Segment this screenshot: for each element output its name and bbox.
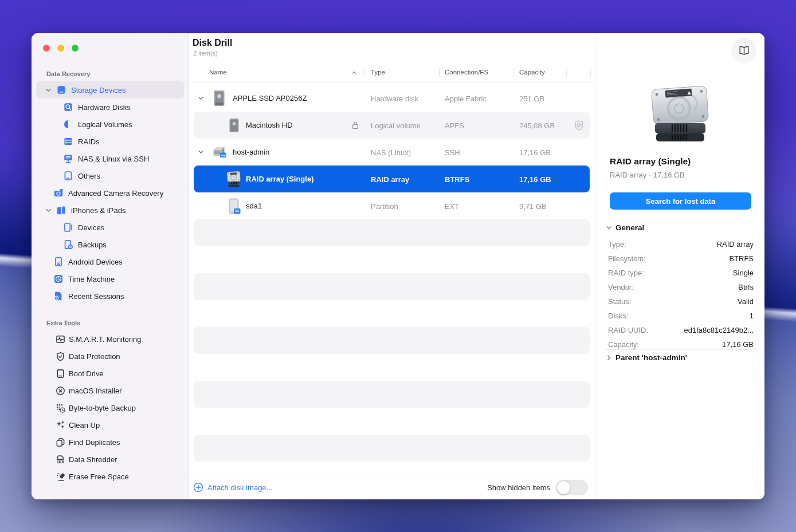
- sidebar-item-label: Devices: [78, 223, 104, 232]
- sidebar-item-clean-up[interactable]: Clean Up: [36, 416, 184, 434]
- column-divider[interactable]: [364, 69, 364, 77]
- close-button[interactable]: [43, 45, 50, 52]
- show-hidden-toggle[interactable]: [556, 480, 588, 495]
- sidebar-item-iphones-ipads[interactable]: iPhones & iPads: [36, 202, 184, 219]
- table-row[interactable]: Macintosh HDLogical volumeAPFS245,08 GB: [194, 112, 590, 139]
- parent-section-header[interactable]: Parent 'host-admin': [606, 353, 687, 362]
- sidebar-item-s-m-a-r-t-monitoring[interactable]: S.M.A.R.T. Monitoring: [36, 330, 184, 348]
- clean-up-icon: [56, 419, 65, 431]
- device-type: Logical volume: [371, 121, 421, 129]
- device-capacity: 17,16 GB: [519, 175, 551, 183]
- column-divider[interactable]: [439, 69, 440, 77]
- item-count: 2 item(s): [193, 50, 218, 57]
- apple-ssd-icon: [211, 90, 227, 107]
- attach-disk-image-label: Attach disk image...: [207, 483, 272, 492]
- device-list-pane: Disk Drill 2 item(s) Name Type Connectio…: [189, 33, 595, 499]
- general-section-header[interactable]: General: [606, 223, 644, 232]
- sidebar-item-hardware-disks[interactable]: Hardware Disks: [36, 98, 184, 116]
- table-rows: APPLE SSD AP0256ZHardware diskApple Fabr…: [189, 85, 595, 475]
- sidebar-item-byte-to-byte-backup[interactable]: Byte-to-byte Backup: [36, 399, 184, 416]
- zoom-button[interactable]: [72, 45, 79, 52]
- divider: [605, 349, 757, 350]
- table-row[interactable]: RAID array (Single)RAID arrayBTRFS17,16 …: [194, 165, 590, 192]
- hardware-disks-icon: [62, 101, 74, 113]
- device-connection-fs: SSH: [445, 148, 460, 156]
- raid-drive-icon: [226, 171, 241, 188]
- sidebar-item-android-devices[interactable]: Android Devices: [36, 253, 184, 270]
- general-section-label: General: [615, 223, 644, 232]
- sidebar-item-logical-volumes[interactable]: Logical Volumes: [36, 116, 184, 133]
- sidebar-item-label: Advanced Camera Recovery: [68, 189, 163, 198]
- sidebar-item-recent-sessions[interactable]: Recent Sessions: [36, 287, 184, 305]
- raids-icon: [62, 136, 74, 147]
- device-type: Partition: [371, 202, 398, 210]
- sidebar-item-label: Others: [78, 172, 100, 180]
- sidebar-item-time-machine[interactable]: Time Machine: [36, 270, 184, 287]
- table-row[interactable]: SSHhost-adminNAS (Linux)SSH17,16 GB: [194, 139, 590, 165]
- column-divider[interactable]: [566, 69, 567, 77]
- minimize-button[interactable]: [57, 45, 64, 52]
- column-header-connection-fs[interactable]: Connection/FS: [445, 69, 488, 76]
- empty-table-row: [194, 408, 590, 435]
- camera-icon: [53, 187, 64, 199]
- show-hidden-group: Show hidden items: [487, 480, 588, 495]
- sidebar-item-backups[interactable]: Backups: [36, 236, 184, 253]
- detail-row: Status:Valid: [608, 294, 754, 309]
- empty-table-row: [194, 354, 590, 381]
- chevron-down-icon[interactable]: [44, 87, 52, 93]
- chevron-down-icon[interactable]: [197, 149, 204, 155]
- sidebar-item-macos-installer[interactable]: macOS Installer: [36, 382, 184, 399]
- toggle-knob: [557, 481, 570, 494]
- empty-table-row: [194, 246, 590, 273]
- sidebar-item-boot-drive[interactable]: Boot Drive: [36, 365, 184, 382]
- recent-sessions-icon: [53, 290, 64, 302]
- shield-check-icon: [570, 120, 588, 131]
- sidebar-item-label: Storage Devices: [71, 86, 126, 94]
- column-header-capacity[interactable]: Capacity: [519, 69, 545, 76]
- attach-disk-image-button[interactable]: Attach disk image...: [193, 482, 272, 492]
- column-header-name[interactable]: Name: [209, 69, 227, 76]
- table-row[interactable]: APPLE SSD AP0256ZHardware diskApple Fabr…: [194, 85, 590, 112]
- search-for-lost-data-button[interactable]: Search for lost data: [610, 192, 751, 210]
- book-icon: [738, 46, 750, 56]
- selected-device-subtitle: RAID array · 17,16 GB: [610, 171, 685, 179]
- macintosh-hd-icon: [226, 118, 241, 133]
- devices-icon: [62, 222, 74, 233]
- sidebar-item-find-duplicates[interactable]: Find Duplicates: [36, 434, 184, 451]
- sidebar-item-raids[interactable]: RAIDs: [36, 133, 184, 150]
- sidebar-item-storage-devices[interactable]: Storage Devices: [36, 81, 184, 98]
- details-pane: RAID array (Single) RAID array · 17,16 G…: [595, 33, 764, 499]
- column-header-type[interactable]: Type: [371, 69, 385, 76]
- selected-device-title: RAID array (Single): [610, 156, 691, 167]
- empty-table-row: [194, 219, 590, 246]
- device-connection-fs: Apple Fabric: [445, 94, 487, 103]
- detail-row: Vendor:Btrfs: [608, 280, 754, 294]
- column-divider[interactable]: [590, 69, 591, 77]
- sidebar-item-devices[interactable]: Devices: [36, 219, 184, 236]
- sidebar-item-data-shredder[interactable]: Data Shredder: [36, 451, 184, 468]
- find-duplicates-icon: [56, 436, 65, 448]
- sidebar-item-others[interactable]: Others: [36, 167, 184, 184]
- device-capacity: 251 GB: [519, 94, 544, 103]
- device-type: Hardware disk: [371, 94, 418, 103]
- chevron-down-icon[interactable]: [44, 207, 52, 214]
- macos-installer-icon: [56, 385, 65, 396]
- detail-row: Filesystem:BTRFS: [608, 251, 754, 266]
- sidebar-item-label: Erase Free Space: [69, 472, 129, 481]
- sidebar-item-data-protection[interactable]: Data Protection: [36, 348, 184, 365]
- detail-label: Disks:: [608, 312, 628, 320]
- column-divider[interactable]: [513, 69, 514, 77]
- storage-devices-icon: [56, 84, 67, 96]
- smart-monitoring-icon: [56, 333, 65, 345]
- device-name: sda1: [246, 202, 262, 210]
- chevron-down-icon[interactable]: [197, 95, 204, 101]
- detail-value: Valid: [738, 297, 754, 306]
- table-row[interactable]: sda1PartitionEXT9,71 GB: [194, 192, 590, 219]
- sidebar-item-nas-linux-via-ssh[interactable]: NAS & Linux via SSH: [36, 150, 184, 167]
- sidebar-item-erase-free-space[interactable]: Erase Free Space: [36, 468, 184, 485]
- help-button[interactable]: [731, 38, 756, 63]
- sidebar-item-advanced-camera-recovery[interactable]: Advanced Camera Recovery: [36, 184, 184, 202]
- detail-value: Single: [733, 269, 754, 277]
- data-protection-icon: [56, 350, 65, 362]
- sidebar-section-header: Data Recovery: [32, 69, 189, 79]
